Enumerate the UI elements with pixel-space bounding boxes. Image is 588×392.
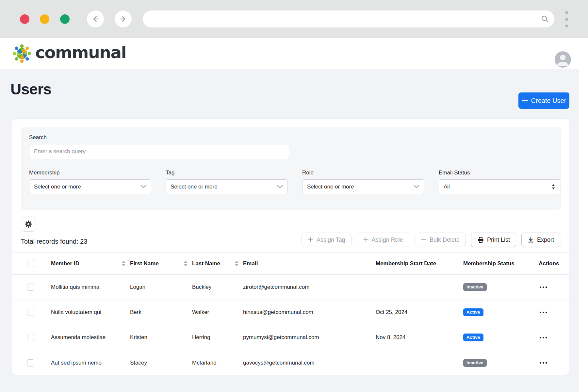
column-header-last-name[interactable]: Last Name — [192, 260, 243, 267]
user-avatar[interactable] — [555, 51, 571, 68]
browser-chrome — [0, 0, 588, 38]
cell-first-name: Logan — [130, 284, 192, 290]
minus-icon — [421, 237, 427, 243]
app-header: communal — [0, 38, 588, 69]
export-button[interactable]: Export — [521, 233, 560, 247]
row-actions-button[interactable] — [539, 310, 548, 315]
plus-icon — [308, 237, 314, 243]
row-actions-button[interactable] — [539, 285, 548, 290]
column-header-email: Email — [243, 260, 376, 267]
cell-last-name: Buckley — [192, 284, 243, 290]
cell-last-name: Walker — [192, 309, 243, 316]
cell-first-name: Stacey — [130, 360, 192, 366]
search-placeholder: Enter a search query — [34, 148, 86, 155]
search-label: Search — [29, 134, 47, 141]
chevron-down-icon — [277, 185, 283, 188]
row-checkbox[interactable] — [27, 334, 34, 341]
plus-icon — [522, 97, 528, 104]
users-card: Search Enter a search query Membership S… — [12, 119, 569, 375]
table-rows: Mollitia quis minimaLoganBuckleyzirotor@… — [12, 275, 569, 375]
row-checkbox[interactable] — [27, 359, 34, 367]
column-header-status: Membership Status — [463, 260, 527, 267]
window-zoom-button[interactable] — [60, 14, 70, 24]
role-label: Role — [302, 170, 314, 176]
person-icon — [555, 51, 571, 68]
role-select-value: Select one or more — [307, 184, 354, 190]
users-table: Member ID First Name Last Name Email Mem… — [12, 253, 569, 375]
chevron-down-icon — [140, 185, 146, 188]
plus-icon — [363, 237, 369, 243]
row-actions-button[interactable] — [539, 360, 548, 366]
browser-menu-icon[interactable] — [564, 10, 569, 29]
cell-member-id: Aut sed ipsum nemo — [51, 360, 130, 366]
column-header-start-date: Membership Start Date — [376, 260, 463, 267]
cell-email: hinasus@getcommunal.com — [243, 309, 376, 316]
create-user-label: Create User — [531, 97, 566, 105]
row-checkbox[interactable] — [27, 309, 34, 316]
membership-status-badge: Inactive — [463, 359, 487, 367]
tag-select-value: Select one or more — [171, 184, 218, 190]
bulk-delete-button[interactable]: Bulk Delete — [415, 233, 466, 247]
table-row: Aut sed ipsum nemoStaceyMcfarlandgavocys… — [12, 350, 569, 375]
window-minimize-button[interactable] — [40, 14, 49, 24]
table-row: Nulla voluptatem quiBerkWalkerhinasus@ge… — [12, 300, 569, 325]
cell-last-name: Herring — [192, 334, 243, 341]
membership-select-value: Select one or more — [34, 184, 81, 190]
membership-status-badge: Active — [463, 334, 483, 341]
total-records-text: Total records found: 23 — [21, 238, 87, 245]
assign-tag-button[interactable]: Assign Tag — [302, 233, 351, 247]
cell-start-date: Oct 25, 2024 — [376, 309, 463, 316]
tag-select[interactable]: Select one or more — [166, 179, 288, 194]
cell-email: gavocys@getcommunal.com — [243, 360, 376, 366]
back-arrow-icon — [91, 15, 100, 23]
membership-select[interactable]: Select one or more — [29, 179, 151, 194]
page-title: Users — [10, 80, 51, 98]
search-input[interactable]: Enter a search query — [29, 144, 289, 159]
sort-icon[interactable] — [184, 261, 188, 267]
filter-panel: Search Enter a search query Membership S… — [21, 127, 561, 210]
cell-first-name: Kristen — [130, 334, 192, 341]
table-header-row: Member ID First Name Last Name Email Mem… — [12, 253, 569, 275]
membership-status-badge: Active — [463, 308, 483, 316]
cell-member-id: Assumenda molestiae — [51, 334, 130, 341]
browser-address-bar[interactable] — [143, 10, 554, 27]
search-icon[interactable] — [541, 15, 549, 23]
table-settings-button[interactable] — [21, 217, 36, 232]
cell-first-name: Berk — [130, 309, 192, 316]
cell-start-date: Nov 8, 2024 — [376, 334, 463, 341]
browser-forward-button[interactable] — [115, 10, 132, 27]
sort-icon[interactable] — [235, 261, 238, 267]
column-header-first-name[interactable]: First Name — [130, 260, 192, 267]
chevron-down-icon — [414, 185, 419, 188]
printer-icon — [477, 237, 484, 243]
page-scrollbar[interactable] — [579, 38, 588, 392]
up-down-arrows-icon — [551, 183, 556, 190]
email-status-label: Email Status — [439, 170, 470, 176]
print-list-button[interactable]: Print List — [471, 233, 516, 247]
download-icon — [528, 237, 534, 243]
row-actions-button[interactable] — [539, 335, 548, 340]
email-status-select[interactable]: All — [439, 179, 561, 194]
window-close-button[interactable] — [20, 14, 29, 24]
gear-icon — [24, 220, 33, 228]
table-row: Assumenda molestiaeKristenHerringpymumys… — [12, 325, 569, 350]
create-user-button[interactable]: Create User — [518, 92, 569, 109]
column-header-member-id[interactable]: Member ID — [51, 260, 130, 267]
cell-member-id: Nulla voluptatem qui — [51, 309, 130, 316]
membership-status-badge: Inactive — [463, 283, 487, 291]
cell-email: pymumysi@getcommunal.com — [243, 334, 376, 341]
browser-back-button[interactable] — [87, 10, 104, 27]
communal-logo[interactable]: communal — [12, 38, 126, 69]
role-select[interactable]: Select one or more — [302, 179, 424, 194]
forward-arrow-icon — [119, 15, 127, 23]
select-all-checkbox[interactable] — [27, 260, 34, 267]
assign-role-button[interactable]: Assign Role — [357, 233, 409, 247]
table-row: Mollitia quis minimaLoganBuckleyzirotor@… — [12, 275, 569, 300]
membership-label: Membership — [29, 170, 60, 176]
row-checkbox[interactable] — [27, 284, 34, 291]
tag-label: Tag — [166, 170, 174, 176]
column-header-actions: Actions — [527, 260, 569, 267]
cell-email: zirotor@getcommunal.com — [243, 284, 376, 290]
sort-icon[interactable] — [122, 261, 125, 267]
bulk-actions-row: Assign Tag Assign Role Bulk Delete Print… — [302, 233, 560, 247]
